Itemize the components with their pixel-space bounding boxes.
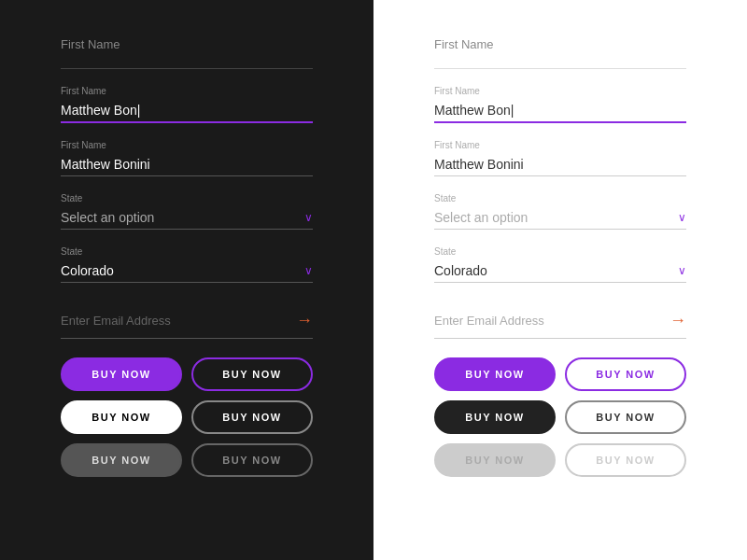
light-state-filled-value: Colorado — [434, 263, 487, 278]
light-divider — [434, 68, 686, 69]
light-buy-now-btn-6[interactable]: BUY NOW — [565, 443, 686, 477]
light-state-filled-field: State Colorado ∨ — [434, 246, 686, 283]
dark-email-placeholder: Enter Email Address — [61, 314, 171, 328]
light-state-filled-label: State — [434, 246, 686, 257]
light-chevron-down-icon: ∨ — [678, 211, 686, 224]
dark-first-name-static-field: First Name Matthew Bonini — [61, 140, 313, 176]
dark-chevron-filled-icon: ∨ — [304, 264, 313, 277]
light-email-placeholder: Enter Email Address — [434, 314, 544, 328]
dark-state-filled-select[interactable]: Colorado ∨ — [61, 259, 313, 283]
dark-state-filled-value: Colorado — [61, 263, 114, 278]
dark-section-title: First Name — [61, 37, 313, 51]
light-section-title: First Name — [434, 37, 686, 51]
light-buy-now-btn-3[interactable]: BUY NOW — [434, 400, 556, 434]
light-first-name-static-label: First Name — [434, 140, 686, 150]
light-buttons-grid: BUY NOW BUY NOW BUY NOW BUY NOW BUY NOW … — [434, 357, 686, 477]
light-first-name-active-label: First Name — [434, 86, 686, 96]
dark-arrow-right-icon: → — [296, 311, 313, 330]
dark-buy-now-btn-1[interactable]: BUY NOW — [61, 357, 182, 391]
dark-state-empty-value: Select an option — [61, 210, 154, 225]
dark-divider — [61, 68, 313, 69]
light-state-filled-select[interactable]: Colorado ∨ — [434, 259, 686, 283]
dark-first-name-active-input[interactable] — [61, 99, 313, 123]
dark-state-empty-field: State Select an option ∨ — [61, 193, 313, 230]
light-panel: First Name First Name First Name Matthew… — [374, 0, 747, 560]
dark-state-filled-field: State Colorado ∨ — [61, 246, 313, 283]
light-email-row[interactable]: Enter Email Address → — [434, 303, 686, 339]
dark-buy-now-btn-3[interactable]: BUY NOW — [61, 400, 182, 434]
light-first-name-static-field: First Name Matthew Bonini — [434, 140, 686, 176]
light-buy-now-btn-4[interactable]: BUY NOW — [565, 400, 686, 434]
dark-first-name-static-label: First Name — [61, 140, 313, 150]
dark-first-name-active-label: First Name — [61, 86, 313, 96]
light-state-empty-select[interactable]: Select an option ∨ — [434, 206, 686, 230]
dark-state-empty-label: State — [61, 193, 313, 203]
dark-email-row[interactable]: Enter Email Address → — [61, 303, 313, 339]
light-state-empty-label: State — [434, 193, 686, 203]
dark-panel: First Name First Name First Name Matthew… — [0, 0, 374, 560]
dark-buy-now-btn-5[interactable]: BUY NOW — [61, 443, 182, 477]
light-first-name-active-field: First Name — [434, 86, 686, 123]
light-buy-now-btn-1[interactable]: BUY NOW — [434, 357, 556, 391]
light-chevron-filled-icon: ∨ — [678, 264, 686, 277]
light-first-name-active-input[interactable] — [434, 99, 686, 123]
light-arrow-right-icon: → — [669, 311, 686, 330]
dark-buttons-grid: BUY NOW BUY NOW BUY NOW BUY NOW BUY NOW … — [61, 357, 313, 477]
light-first-name-static-value: Matthew Bonini — [434, 153, 686, 176]
dark-buy-now-btn-2[interactable]: BUY NOW — [191, 357, 313, 391]
dark-chevron-down-icon: ∨ — [304, 211, 313, 224]
light-state-empty-value: Select an option — [434, 210, 528, 225]
dark-buy-now-btn-4[interactable]: BUY NOW — [191, 400, 313, 434]
dark-first-name-static-value: Matthew Bonini — [61, 153, 313, 176]
light-buy-now-btn-2[interactable]: BUY NOW — [565, 357, 686, 391]
dark-first-name-active-field: First Name — [61, 86, 313, 123]
dark-buy-now-btn-6[interactable]: BUY NOW — [191, 443, 313, 477]
dark-state-empty-select[interactable]: Select an option ∨ — [61, 206, 313, 230]
dark-state-filled-label: State — [61, 246, 313, 257]
light-buy-now-btn-5[interactable]: BUY NOW — [434, 443, 556, 477]
light-state-empty-field: State Select an option ∨ — [434, 193, 686, 230]
